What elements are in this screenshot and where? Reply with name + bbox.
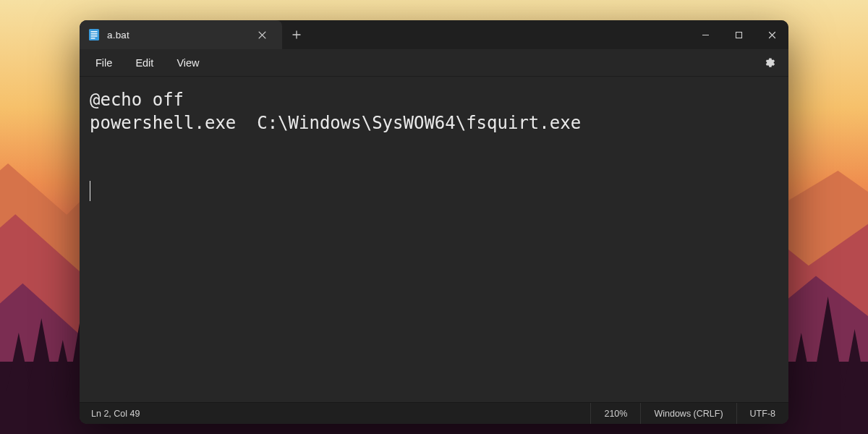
svg-rect-6 [736,32,741,38]
tab-close-button[interactable] [252,25,272,45]
window-maximize-button[interactable] [722,20,755,49]
status-zoom[interactable]: 210% [590,403,640,424]
editor-line: powershell.exe C:\Windows\SysWOW64\fsqui… [90,111,778,135]
text-caret [90,181,90,201]
tab-title: a.bat [107,30,129,41]
editor-line: @echo off [90,88,778,111]
menu-file[interactable]: File [87,53,121,73]
editor-textarea[interactable]: @echo off powershell.exe C:\Windows\SysW… [80,77,788,402]
tab-active[interactable]: a.bat [80,20,282,49]
svg-rect-4 [91,35,98,37]
status-cursor-position: Ln 2, Col 49 [80,409,151,419]
menu-edit[interactable]: Edit [127,53,162,73]
statusbar: Ln 2, Col 49 210% Windows (CRLF) UTF-8 [80,402,788,424]
window-minimize-button[interactable] [689,20,722,49]
gear-icon [763,56,775,69]
new-tab-button[interactable] [282,20,311,49]
menu-view[interactable]: View [168,53,208,73]
menubar: File Edit View [80,49,788,77]
titlebar-drag-region[interactable] [311,20,689,49]
status-line-endings[interactable]: Windows (CRLF) [640,403,736,424]
settings-button[interactable] [757,52,781,74]
notepad-app-icon [88,29,100,41]
window-close-button[interactable] [755,20,788,49]
svg-rect-5 [91,38,95,39]
svg-rect-3 [91,33,98,35]
status-encoding[interactable]: UTF-8 [736,403,788,424]
titlebar[interactable]: a.bat [80,20,788,49]
svg-rect-2 [91,31,98,33]
notepad-window: a.bat File Edit View [80,20,788,424]
